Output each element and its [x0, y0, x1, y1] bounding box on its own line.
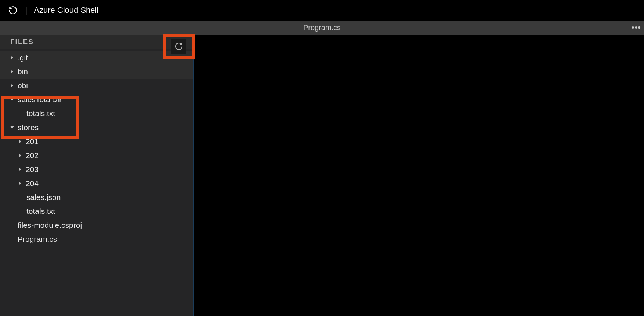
tree-item-label: bin	[18, 67, 28, 76]
editor-pane[interactable]	[194, 35, 644, 316]
chevron-right-icon	[18, 140, 23, 143]
tree-item-label: totals.txt	[26, 109, 55, 118]
folder-item[interactable]: 203	[0, 162, 194, 176]
file-tree: .gitbinobisalesTotalDirtotals.txtstores2…	[0, 49, 194, 316]
file-item[interactable]: totals.txt	[0, 107, 194, 121]
tree-item-label: 203	[26, 165, 39, 174]
main-area: FILES .gitbinobisalesTotalDirtotals.txts…	[0, 35, 644, 316]
file-item[interactable]: Program.cs	[0, 232, 194, 246]
chevron-down-icon	[10, 126, 15, 129]
chevron-right-icon	[18, 182, 23, 185]
files-refresh-button[interactable]	[171, 39, 186, 54]
file-item[interactable]: files-module.csproj	[0, 218, 194, 232]
svg-marker-3	[11, 98, 14, 101]
active-tab-label[interactable]: Program.cs	[303, 24, 341, 32]
files-panel-header[interactable]: FILES	[0, 35, 194, 49]
refresh-icon[interactable]	[7, 5, 18, 16]
files-header-label: FILES	[10, 38, 34, 46]
folder-item[interactable]: obi	[0, 79, 194, 93]
topbar: | Azure Cloud Shell	[0, 0, 644, 21]
file-item[interactable]: sales.json	[0, 190, 194, 204]
tree-item-label: salesTotalDir	[18, 95, 62, 104]
sidebar-border	[193, 35, 194, 316]
tree-item-label: 201	[26, 137, 39, 146]
folder-item[interactable]: 204	[0, 176, 194, 190]
svg-marker-8	[19, 182, 21, 185]
folder-item[interactable]: 202	[0, 148, 194, 162]
folder-item[interactable]: salesTotalDir	[0, 93, 194, 107]
svg-marker-6	[19, 154, 21, 157]
folder-item[interactable]: bin	[0, 65, 194, 79]
tree-item-label: obi	[18, 81, 28, 90]
svg-marker-5	[19, 140, 21, 143]
highlight-refresh-box	[163, 34, 195, 59]
tree-item-label: totals.txt	[26, 207, 55, 216]
chevron-right-icon	[10, 70, 15, 73]
chevron-right-icon	[18, 154, 23, 157]
folder-item[interactable]: 201	[0, 134, 194, 148]
svg-marker-2	[11, 84, 13, 87]
more-icon[interactable]: •••	[632, 23, 641, 32]
tree-item-label: 202	[26, 151, 39, 160]
chevron-right-icon	[10, 56, 15, 60]
tree-item-label: sales.json	[26, 193, 61, 202]
tree-item-label: Program.cs	[18, 235, 57, 244]
tree-item-label: files-module.csproj	[18, 221, 82, 230]
file-item[interactable]: totals.txt	[0, 204, 194, 218]
chevron-down-icon	[10, 98, 15, 101]
divider: |	[25, 5, 27, 15]
svg-marker-7	[19, 168, 21, 171]
app-title: Azure Cloud Shell	[34, 6, 98, 15]
tree-item-label: stores	[18, 123, 39, 132]
file-explorer-sidebar: FILES .gitbinobisalesTotalDirtotals.txts…	[0, 35, 194, 316]
svg-marker-1	[11, 70, 13, 73]
tree-item-label: 204	[26, 179, 39, 188]
svg-marker-0	[11, 56, 13, 59]
svg-marker-4	[11, 126, 14, 129]
chevron-right-icon	[10, 84, 15, 87]
tree-item-label: .git	[18, 53, 28, 62]
chevron-right-icon	[18, 168, 23, 171]
tab-bar: Program.cs •••	[0, 21, 644, 35]
folder-item[interactable]: stores	[0, 121, 194, 134]
